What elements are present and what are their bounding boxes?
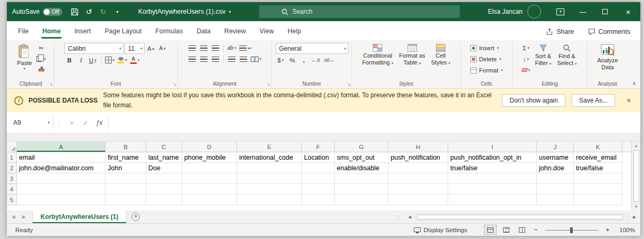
horizontal-scrollbar[interactable]	[415, 214, 629, 220]
cell-J2[interactable]: john.doe	[537, 163, 574, 173]
cell-G3[interactable]	[335, 173, 389, 184]
close-button[interactable]: ×	[616, 2, 640, 21]
dont-show-again-button[interactable]: Don't show again	[502, 94, 565, 107]
cell-I3[interactable]	[448, 173, 537, 184]
minimize-button[interactable]: —	[572, 2, 594, 21]
cell-B1[interactable]: first_name	[106, 152, 146, 163]
cell-K5[interactable]	[574, 195, 622, 205]
tab-splitter-handle[interactable]: ⋮	[392, 214, 404, 220]
new-sheet-button[interactable]: +	[127, 210, 145, 223]
cell-E2[interactable]	[237, 163, 302, 173]
scroll-up-button[interactable]: ▲	[632, 142, 640, 150]
maximize-button[interactable]	[594, 2, 616, 21]
copy-button[interactable]: ▾	[35, 54, 47, 64]
paste-button[interactable]: Paste ▾	[15, 43, 34, 71]
cell-K4[interactable]	[574, 184, 622, 195]
cell-I5[interactable]	[448, 195, 537, 205]
conditional-formatting-button[interactable]: Conditional Formatting ▾	[360, 43, 395, 66]
column-header-G[interactable]: G	[335, 142, 389, 152]
merge-center-button[interactable]: ▾	[250, 54, 263, 64]
dialog-launcher-icon[interactable]: ↘	[267, 82, 270, 87]
align-bottom-button[interactable]	[210, 43, 221, 53]
wrap-text-button[interactable]: ↩	[238, 43, 253, 53]
autosum-button[interactable]: Σ▾	[520, 43, 531, 53]
autosave-toggle[interactable]: AutoSave Off	[12, 8, 62, 16]
number-format-select[interactable]: General▾	[276, 43, 348, 54]
tab-review[interactable]: Review	[217, 23, 253, 40]
cell-A4[interactable]	[17, 184, 106, 195]
cell-J3[interactable]	[537, 173, 574, 184]
save-button[interactable]	[68, 5, 81, 19]
fill-color-button[interactable]: ▾	[117, 55, 128, 65]
dialog-launcher-icon[interactable]: ↘	[347, 82, 351, 87]
customize-quick-access-button[interactable]: ▾	[111, 5, 124, 19]
cell-I1[interactable]: push_notification_opt_in	[448, 152, 537, 163]
decrease-font-size-button[interactable]: A▾	[157, 43, 168, 53]
sort-filter-button[interactable]: Sort & Filter ▾	[533, 43, 553, 67]
cell-A3[interactable]	[17, 173, 106, 184]
orientation-button[interactable]: ab▾	[226, 43, 238, 53]
cell-styles-button[interactable]: Cell Styles ▾	[429, 43, 453, 66]
document-title[interactable]: KorbytAnywhereUsers (1).csv ▾	[138, 8, 231, 15]
column-header-D[interactable]: D	[182, 142, 237, 152]
format-painter-button[interactable]	[35, 65, 47, 75]
align-right-button[interactable]	[210, 54, 221, 64]
cell-I4[interactable]	[448, 184, 537, 195]
display-settings-button[interactable]: Display Settings	[414, 227, 467, 233]
scroll-down-button[interactable]: ▼	[632, 203, 640, 210]
vertical-scroll-thumb[interactable]	[633, 150, 639, 202]
cell-D4[interactable]	[182, 184, 237, 195]
sheet-tab-active[interactable]: KorbytAnywhereUsers (1)	[32, 210, 127, 223]
view-page-break-button[interactable]	[516, 225, 528, 235]
italic-button[interactable]: I	[76, 55, 87, 65]
bold-button[interactable]: B	[64, 55, 75, 65]
zoom-out-button[interactable]: −	[532, 226, 540, 234]
increase-decimal-button[interactable]: ←.0	[310, 55, 321, 65]
tab-home[interactable]: Home	[35, 23, 68, 40]
increase-indent-button[interactable]	[238, 54, 249, 64]
cell-F3[interactable]	[302, 173, 335, 184]
column-header-J[interactable]: J	[537, 142, 574, 152]
cell-C5[interactable]	[146, 195, 182, 205]
cell-J4[interactable]	[537, 184, 574, 195]
comma-style-button[interactable]: ,	[299, 55, 309, 65]
cell-I2[interactable]: true/false	[448, 163, 537, 173]
cell-C3[interactable]	[146, 173, 182, 184]
undo-button[interactable]: ↺	[82, 5, 96, 19]
cell-H1[interactable]: push_notification	[389, 152, 448, 163]
tab-page-layout[interactable]: Page Layout	[98, 23, 148, 40]
scroll-left-button[interactable]: ◀	[405, 215, 414, 219]
cell-A2[interactable]: john.doe@mailinator.com	[17, 163, 106, 173]
font-name-select[interactable]: Calibri▾	[64, 43, 124, 54]
column-header-E[interactable]: E	[237, 142, 302, 152]
redo-button[interactable]: ↻	[97, 5, 110, 19]
zoom-level[interactable]: 100%	[615, 227, 635, 233]
name-box[interactable]: A9 ▾	[7, 116, 53, 130]
column-header-I[interactable]: I	[448, 142, 537, 152]
accounting-format-button[interactable]: $▾	[276, 55, 286, 65]
underline-button[interactable]: U▾	[88, 55, 98, 65]
column-header-F[interactable]: F	[302, 142, 335, 152]
cancel-icon[interactable]: ×	[65, 119, 79, 127]
column-header-H[interactable]: H	[389, 142, 448, 152]
borders-button[interactable]: ▾	[104, 55, 116, 65]
decrease-indent-button[interactable]	[226, 54, 237, 64]
cell-B5[interactable]	[106, 195, 146, 205]
autosave-switch[interactable]: Off	[43, 8, 62, 16]
zoom-slider[interactable]	[545, 226, 598, 234]
cell-D5[interactable]	[182, 195, 237, 205]
cell-J5[interactable]	[537, 195, 574, 205]
cell-E5[interactable]	[237, 195, 302, 205]
row-header-2[interactable]: 2	[7, 163, 17, 173]
cell-B2[interactable]: John	[106, 163, 146, 173]
tab-file[interactable]: File	[11, 23, 35, 40]
dialog-launcher-icon[interactable]: ↘	[49, 82, 53, 87]
message-close-icon[interactable]: ×	[621, 96, 636, 105]
format-as-table-button[interactable]: Format as Table ▾	[397, 43, 428, 66]
collapse-ribbon-icon[interactable]: ∧	[632, 80, 636, 86]
cell-C4[interactable]	[146, 184, 182, 195]
delete-cells-button[interactable]: Delete▾	[469, 54, 503, 64]
cut-button[interactable]: ✂	[35, 43, 47, 53]
cell-K1[interactable]: receive_email	[574, 152, 622, 163]
cell-D2[interactable]	[182, 163, 237, 173]
